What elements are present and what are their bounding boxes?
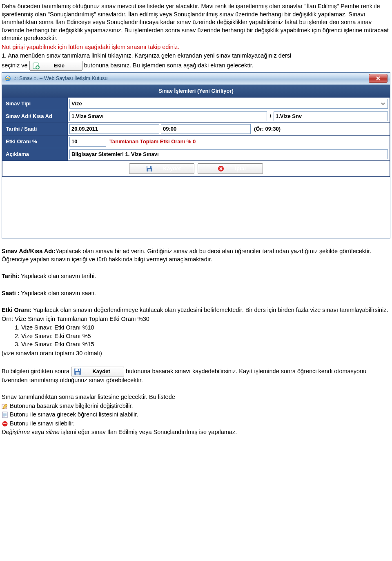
intro-warning: Not girişi yapabilmek için lütfen aşağıd… — [2, 43, 390, 51]
etki-total-text: Tanımlanan Toplam Etki Oranı % 0 — [109, 138, 196, 145]
dialog-window: .:: Sınav ::. -- Web Sayfası İletişim Ku… — [2, 72, 390, 238]
sinav-tipi-select[interactable] — [69, 99, 388, 109]
dialog-header: Sınav İşlemleri (Yeni Giriliyor) — [2, 85, 390, 97]
etki-text: Yapılacak olan sınavın değerlendirmeye k… — [31, 307, 388, 313]
slash-separator: / — [269, 113, 272, 120]
list-item: Vize Sınavı: Etki Oranı %10 — [21, 324, 390, 332]
orn-line: Örn: Vize Sınavı için Tanımlanan Toplam … — [2, 315, 390, 323]
iptal-label: İptal — [235, 165, 246, 172]
svg-rect-11 — [76, 372, 80, 375]
kaydet-button-inline[interactable]: Kaydet — [71, 367, 124, 376]
sum-line: (vize sınavları oranı toplamı 30 olmalı) — [2, 350, 390, 358]
intro-paragraph: Daha önceden tanımlamış olduğunuz sınav … — [2, 2, 390, 42]
kisa-ad-input[interactable] — [274, 111, 388, 121]
saat-label: Saati : — [2, 290, 20, 296]
liste-line: Sınav tanımlandıktan sonra sınavlar list… — [2, 393, 390, 401]
kaydet-inline-label: Kaydet — [83, 368, 124, 375]
svg-rect-6 — [148, 169, 151, 171]
label-sinav-adi: Sınav Adı/ Kısa Ad — [2, 110, 68, 122]
edit-button-text: Butonuna basarak sınav bilgilerini değiş… — [10, 403, 133, 409]
etki-label: Etki Oranı: — [2, 307, 31, 313]
ekle-label: Ekle — [41, 62, 82, 69]
dialog-title-text: .:: Sınav ::. -- Web Sayfası İletişim Ku… — [13, 75, 369, 82]
last-degistirme: Değiştirme — [2, 429, 30, 435]
save-icon — [74, 368, 81, 375]
ie-icon — [4, 75, 11, 82]
delete-button-text: Butonu ile sınavı silebilir. — [10, 420, 75, 427]
svg-rect-7 — [150, 166, 151, 168]
step-1-prefix: seçiniz ve — [2, 62, 29, 69]
list-button-text: Butonu ile sınava girecek öğrenci listes… — [10, 411, 138, 418]
dialog-close-button[interactable] — [369, 74, 388, 83]
tarih-input[interactable] — [69, 124, 159, 134]
close-icon — [376, 76, 381, 81]
form-table: Sınav Tipi Sınav Adı/ Kısa Ad / — [2, 97, 390, 177]
cancel-icon — [218, 165, 224, 172]
list-item: Vize Sınavı: Etki Oranı %5 — [21, 332, 390, 341]
saat-hint: (Ör: 09:30) — [254, 125, 281, 133]
list-icon — [2, 412, 8, 418]
aciklama-input[interactable] — [69, 149, 388, 159]
sinav-adi-label: Sınav Adı/Kısa Adı: — [2, 248, 56, 254]
label-etki: Etki Oranı % — [2, 135, 68, 148]
delete-icon — [2, 421, 8, 427]
kaydet-prefix: Bu bilgileri girdikten sonra — [2, 367, 69, 374]
saat-input[interactable] — [161, 124, 251, 134]
save-icon — [146, 165, 153, 172]
last-silme: silme — [46, 429, 60, 435]
iptal-button[interactable]: İptal — [198, 163, 263, 174]
svg-rect-10 — [75, 368, 80, 371]
svg-rect-5 — [147, 166, 151, 168]
kaydet-button[interactable]: Kaydet — [129, 163, 194, 174]
tarih-text: Yapılacak olan sınavın tarihi. — [19, 273, 96, 279]
sinav-adi-text: Yapılacak olan sınava bir ad verin. Gird… — [2, 248, 371, 263]
saat-text: Yapılacak olan sınavın saati. — [20, 290, 96, 296]
last-sep1: veya — [30, 429, 46, 435]
sinav-adi-input[interactable] — [69, 111, 267, 121]
label-sinav-tipi: Sınav Tipi — [2, 97, 68, 110]
kaydet-label: Kaydet — [163, 165, 181, 172]
label-aciklama: Açıklama — [2, 148, 68, 160]
ekle-button[interactable]: Ekle — [29, 61, 82, 71]
label-tarih: Tarihi / Saati — [2, 122, 68, 135]
plus-icon — [32, 62, 40, 69]
list-item: Vize Sınavı: Etki Oranı %15 — [21, 341, 390, 349]
svg-rect-16 — [3, 423, 7, 424]
step-1-suffix: butonuna basınız. Bu işlemden sonra aşağ… — [84, 62, 254, 69]
etki-input[interactable] — [69, 137, 106, 147]
step-1-line: 1. Ana menüden sınav tanımlama linkini t… — [2, 52, 390, 60]
chevron-down-icon — [380, 100, 386, 107]
tarih-label: Tarihi: — [2, 273, 19, 279]
edit-icon — [2, 403, 8, 410]
etki-list: Vize Sınavı: Etki Oranı %10 Vize Sınavı:… — [21, 324, 390, 349]
svg-rect-12 — [78, 369, 79, 371]
dialog-titlebar: .:: Sınav ::. -- Web Sayfası İletişim Ku… — [2, 73, 390, 85]
last-rest: işlemi eğer sınav İlan Edilmiş veya Sonu… — [60, 429, 237, 435]
